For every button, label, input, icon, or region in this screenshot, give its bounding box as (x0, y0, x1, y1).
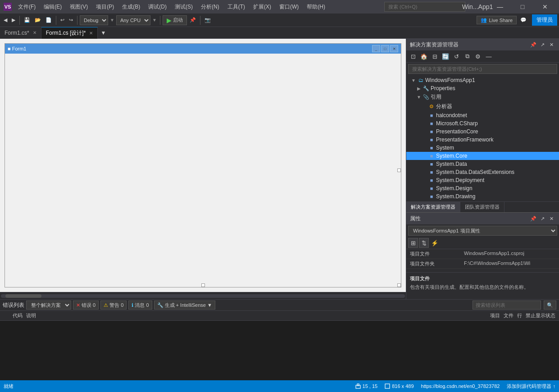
resize-handle-bottom[interactable] (201, 283, 205, 287)
tab-form1-cs-close[interactable]: ✕ (33, 30, 36, 35)
maximize-button[interactable]: □ (512, 0, 533, 14)
col-header-code[interactable]: 代码 (11, 312, 24, 319)
se-sync-button[interactable]: ⊡ (408, 51, 418, 61)
se-copy-button[interactable]: ⧉ (462, 51, 472, 61)
run-button[interactable]: ▶ 启动 (163, 15, 187, 25)
tree-item-system-design[interactable]: ■ System.Design (406, 184, 559, 192)
error-list-scope-dropdown[interactable]: 整个解决方案 (26, 301, 71, 310)
menu-edit[interactable]: 编辑(E) (40, 2, 65, 12)
props-float-button[interactable]: ↗ (538, 214, 546, 223)
menu-tools[interactable]: 工具(T) (224, 2, 249, 12)
props-row-file[interactable]: 项目文件 WindowsFormsApp1.csproj (406, 249, 559, 259)
se-pin-button[interactable]: 📌 (529, 41, 537, 49)
menu-window[interactable]: 窗口(W) (276, 2, 302, 12)
live-share-button[interactable]: 👥 Live Share (477, 16, 517, 24)
se-tab-solution[interactable]: 解决方案资源管理器 (406, 202, 460, 212)
close-button[interactable]: ✕ (535, 0, 555, 14)
props-close-button[interactable]: ✕ (547, 214, 555, 223)
debug-config-dropdown[interactable]: Debug (80, 15, 108, 25)
toolbar-undo[interactable]: ↩ (59, 16, 66, 24)
menu-file[interactable]: 文件(F) (14, 2, 39, 12)
platform-dropdown[interactable]: Any CPU (116, 15, 150, 25)
resize-handle-right[interactable] (397, 169, 401, 172)
minimize-button[interactable]: — (490, 0, 510, 14)
menu-extensions[interactable]: 扩展(X) (250, 2, 275, 12)
tree-item-solution[interactable]: ▼ 🗂 WindowsFormsApp1 (406, 76, 559, 84)
props-pin-button[interactable]: 📌 (529, 214, 537, 223)
menu-test[interactable]: 测试(S) (171, 2, 196, 12)
menu-build[interactable]: 生成(B) (118, 2, 144, 12)
col-header-description[interactable]: 说明 (24, 312, 488, 319)
form-body[interactable] (5, 54, 401, 287)
global-search-input[interactable] (384, 2, 465, 12)
se-refresh2-button[interactable]: ↺ (451, 51, 461, 61)
toolbar-save[interactable]: 💾 (22, 16, 32, 24)
se-pin2-button[interactable]: — (484, 51, 494, 61)
se-close-button[interactable]: ✕ (547, 41, 555, 49)
toolbar-forward[interactable]: ▶ (10, 16, 17, 24)
resize-handle-corner[interactable] (397, 283, 401, 287)
tree-item-references[interactable]: ▼ 📎 引用 (406, 92, 559, 102)
tree-item-system-data[interactable]: ■ System.Data (406, 160, 559, 168)
error-list-messages-button[interactable]: ℹ 消息 0 (128, 301, 152, 310)
tree-item-system-data-ext[interactable]: ■ System.Data.DataSetExtensions (406, 168, 559, 176)
tree-item-system[interactable]: ■ System (406, 144, 559, 152)
editor-horizontal-scrollbar[interactable] (1, 294, 405, 298)
solution-explorer-search[interactable] (408, 64, 557, 74)
form-minimize-button[interactable]: _ (372, 45, 380, 52)
properties-object-dropdown[interactable]: WindowsFormsApp1 项目属性 (408, 226, 557, 236)
tree-item-halcon[interactable]: ■ halcondotnet (406, 111, 559, 119)
se-properties-button[interactable]: ⚙ (473, 51, 483, 61)
tree-item-analyzer[interactable]: ⚙ 分析器 (406, 102, 559, 111)
toolbar-back[interactable]: ◀ (2, 16, 9, 24)
col-header-project[interactable]: 项目 (488, 312, 502, 319)
col-select-all[interactable] (2, 312, 11, 319)
tree-item-properties[interactable]: ▶ 🔧 Properties (406, 84, 559, 92)
toolbar-new[interactable]: 📄 (44, 16, 54, 24)
tab-form1-designer-close[interactable]: ✕ (89, 31, 93, 36)
se-float-button[interactable]: ↗ (538, 41, 546, 49)
menu-view[interactable]: 视图(V) (66, 2, 91, 12)
se-collapse-button[interactable]: ⊟ (430, 51, 440, 61)
tree-item-presentation-fw[interactable]: ■ PresentationFramework (406, 136, 559, 144)
form-close-button[interactable]: ✕ (390, 45, 398, 52)
menu-project[interactable]: 项目(P) (92, 2, 118, 12)
col-header-line[interactable]: 行 (515, 312, 524, 319)
toolbar-open[interactable]: 📂 (33, 16, 43, 24)
status-vcs[interactable]: 添加到源代码管理器 ↑ (507, 383, 555, 390)
tree-item-csharp[interactable]: ■ Microsoft.CSharp (406, 119, 559, 128)
status-url[interactable]: https://blog.csdn.net/en0_37823782 (421, 383, 500, 390)
menu-help[interactable]: 帮助(H) (303, 2, 329, 12)
admin-button[interactable]: 管理员 (532, 14, 557, 26)
toolbar-attach[interactable]: 📌 (188, 16, 198, 24)
menu-debug[interactable]: 调试(D) (145, 2, 170, 12)
tree-item-system-core[interactable]: ■ System.Core (406, 152, 559, 160)
feedback-button[interactable]: 💬 (518, 16, 528, 24)
error-search-button[interactable]: 🔍 (544, 301, 556, 310)
tree-item-presentation-core[interactable]: ■ PresentationCore (406, 128, 559, 136)
toolbar-screenshot[interactable]: 📷 (203, 16, 213, 24)
form-designer[interactable]: ■ Form1 _ □ ✕ (5, 43, 401, 287)
tree-item-system-drawing[interactable]: ■ System.Drawing (406, 192, 559, 201)
error-list-search[interactable] (473, 301, 541, 310)
tab-form1-designer[interactable]: Form1.cs [设计]* ✕ (41, 27, 98, 39)
col-header-file[interactable]: 文件 (502, 312, 515, 319)
error-list-errors-button[interactable]: ✕ 错误 0 (73, 301, 99, 310)
form-maximize-button[interactable]: □ (381, 45, 389, 52)
error-list-build-filter-button[interactable]: 🔧 生成 + IntelliSense ▼ (154, 301, 215, 310)
menu-analyze[interactable]: 分析(N) (197, 2, 223, 12)
error-list-warnings-button[interactable]: ⚠ 警告 0 (100, 301, 127, 310)
se-tab-team[interactable]: 团队资源管理器 (460, 202, 504, 212)
tab-scroll-right[interactable]: ▼ (98, 30, 109, 36)
toolbar-redo[interactable]: ↪ (67, 16, 75, 24)
se-refresh-button[interactable]: 🔄 (441, 51, 450, 61)
se-home-button[interactable]: 🏠 (419, 51, 429, 61)
tree-item-system-deployment[interactable]: ■ System.Deployment (406, 176, 559, 184)
props-row-folder[interactable]: 项目文件夹 F:\C#\WindowsFormsApp1\Wi (406, 259, 559, 269)
tab-form1-cs[interactable]: Form1.cs* ✕ (0, 27, 41, 39)
col-header-suppress[interactable]: 禁止显示状态 (524, 312, 557, 319)
props-categorized-button[interactable]: ⊞ (408, 238, 418, 248)
editor-scrollbar-thumb[interactable] (5, 294, 41, 298)
props-alphabetical-button[interactable]: ⇅ (419, 238, 429, 248)
props-events-button[interactable]: ⚡ (430, 238, 440, 248)
